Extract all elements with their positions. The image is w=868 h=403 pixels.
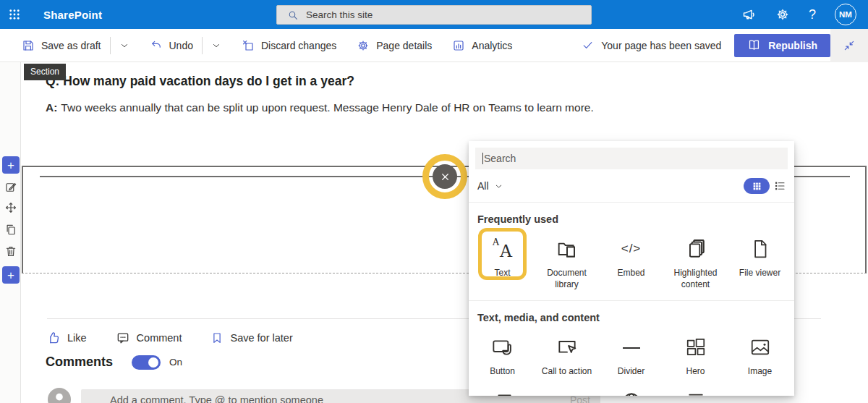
section-tooltip: Section <box>24 64 66 80</box>
picker-search-placeholder: Search <box>484 153 516 164</box>
web-part-search-input[interactable]: Search <box>475 148 788 169</box>
close-icon <box>441 172 450 182</box>
embed-icon: </> <box>621 242 642 256</box>
link-icon <box>556 389 578 396</box>
site-search-input[interactable]: Search this site <box>276 5 592 25</box>
delete-section-button[interactable] <box>2 243 20 259</box>
call-to-action-icon <box>556 335 579 360</box>
move-icon <box>4 201 17 214</box>
user-avatar[interactable]: NM <box>835 4 856 25</box>
search-icon <box>287 9 299 21</box>
webpart-tile-link[interactable] <box>535 389 599 396</box>
discard-changes-button[interactable]: Discard changes <box>242 39 336 52</box>
save-status: Your page has been saved <box>582 39 721 51</box>
bar-chart-icon <box>452 39 465 52</box>
app-launcher-waffle-icon[interactable] <box>0 0 29 29</box>
save-for-later-button[interactable]: Save for later <box>210 331 292 344</box>
republish-button[interactable]: Republish <box>734 34 830 57</box>
webpart-tile-image[interactable]: Image <box>728 331 792 378</box>
trash-icon <box>4 245 17 258</box>
webpart-tile-embed[interactable]: </> Embed <box>599 232 663 290</box>
document-library-icon <box>556 237 579 261</box>
collapse-arrows-icon <box>843 39 856 52</box>
webpart-tile-hero[interactable]: Hero <box>663 331 728 378</box>
text-icon: AA <box>492 238 514 260</box>
gear-icon <box>357 39 370 52</box>
add-section-button[interactable]: + <box>2 156 20 174</box>
engagement-bar: Like Comment Save for later <box>46 331 293 345</box>
webpart-tile-highlighted-content[interactable]: Highlighted content <box>663 232 728 290</box>
webpart-tile-image-gallery[interactable] <box>470 389 535 396</box>
webpart-tile-button[interactable]: Button <box>470 331 535 378</box>
filter-dropdown[interactable]: All <box>477 180 503 192</box>
help-icon[interactable]: ? <box>809 7 816 22</box>
image-gallery-icon <box>492 389 514 396</box>
undo-icon <box>150 39 163 52</box>
add-section-button[interactable]: + <box>2 266 20 284</box>
image-icon <box>749 335 771 360</box>
like-button[interactable]: Like <box>46 331 87 345</box>
webpart-tile-file-viewer[interactable]: File viewer <box>728 232 792 290</box>
comments-label: Comments <box>46 355 113 370</box>
commenter-avatar <box>48 388 71 403</box>
comment-button[interactable]: Comment <box>116 331 182 345</box>
comments-toggle-row: Comments On <box>46 355 182 370</box>
edit-icon <box>4 181 17 194</box>
button-icon <box>491 335 514 360</box>
webpart-tile-world[interactable] <box>599 389 663 396</box>
comments-toggle[interactable] <box>132 355 161 370</box>
move-section-button[interactable] <box>2 200 20 215</box>
copy-icon <box>4 223 17 236</box>
webpart-tile-spacer[interactable] <box>663 389 728 396</box>
command-bar: Save as draft Undo Discard changes Page … <box>0 29 868 62</box>
close-picker-button[interactable] <box>433 164 457 189</box>
bookmark-icon <box>210 331 224 344</box>
collapse-command-bar-button[interactable] <box>830 29 868 62</box>
megaphone-icon[interactable] <box>741 7 757 22</box>
edit-section-button[interactable] <box>2 180 20 195</box>
comment-placeholder: Add a comment. Type @ to mention someone <box>110 394 323 403</box>
analytics-button[interactable]: Analytics <box>452 39 512 52</box>
faq-question[interactable]: Q: How many paid vacation days do I get … <box>46 74 354 89</box>
duplicate-section-button[interactable] <box>2 221 20 237</box>
page-details-button[interactable]: Page details <box>357 39 432 52</box>
command-bar-right: Your page has been saved Republish <box>582 29 868 61</box>
picker-filter-row: All <box>477 177 786 195</box>
frequently-used-tiles: AA Text Document library </> Embed Highl… <box>469 226 794 290</box>
suite-bar-actions: ? NM <box>741 0 868 29</box>
webpart-tile-document-library[interactable]: Document library <box>535 232 599 290</box>
globe-icon <box>621 389 642 396</box>
thumbs-up-icon <box>46 331 61 345</box>
settings-gear-icon[interactable] <box>775 7 790 22</box>
grid-view-icon[interactable] <box>744 178 770 194</box>
picker-section-title: Text, media, and content <box>469 301 794 325</box>
check-icon <box>582 39 594 51</box>
web-part-picker-panel: Search All Frequently used AA Text <box>469 141 794 396</box>
webpart-tile-arrow[interactable] <box>728 389 792 396</box>
hero-icon <box>685 335 707 360</box>
faq-answer[interactable]: A:Two weeks annually that can be split u… <box>46 101 594 114</box>
book-icon <box>747 38 761 52</box>
undo-button[interactable]: Undo <box>150 39 193 52</box>
answer-prefix: A: <box>46 101 57 114</box>
brand-title[interactable]: SharePoint <box>43 9 102 21</box>
divider <box>202 37 203 54</box>
undo-options-chevron-down-icon[interactable] <box>211 41 221 51</box>
suite-bar: SharePoint Search this site ? NM <box>0 0 868 29</box>
save-options-chevron-down-icon[interactable] <box>119 41 129 51</box>
text-media-content-tiles: Button Call to action Divider Hero Image <box>469 325 794 378</box>
webpart-tile-call-to-action[interactable]: Call to action <box>535 331 599 378</box>
comment-bubble-icon <box>116 331 130 345</box>
divider-icon <box>623 347 640 349</box>
vertical-spacer-icon <box>685 389 707 396</box>
webpart-tile-divider[interactable]: Divider <box>599 331 663 378</box>
save-as-draft-button[interactable]: Save as draft <box>22 39 101 52</box>
sharepoint-page-editor: SharePoint Search this site ? NM Save as… <box>0 0 868 403</box>
divider <box>110 37 111 54</box>
file-viewer-icon <box>749 237 771 261</box>
search-placeholder: Search this site <box>306 9 373 20</box>
picker-section-title: Frequently used <box>469 203 794 226</box>
partial-tile-row <box>469 378 794 396</box>
list-view-icon[interactable] <box>774 180 786 192</box>
webpart-tile-text[interactable]: AA Text <box>470 232 535 290</box>
